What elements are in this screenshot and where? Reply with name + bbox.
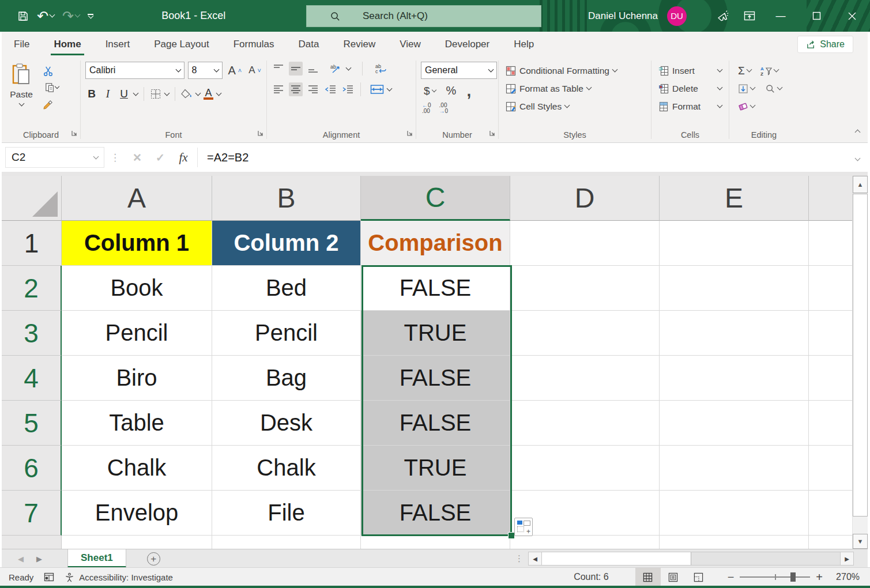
name-box[interactable]: C2 [5, 147, 104, 168]
tab-insert[interactable]: Insert [93, 32, 142, 57]
accessibility-status[interactable]: Accessibility: Investigate [65, 572, 173, 582]
zoom-slider[interactable] [740, 576, 810, 578]
row-header-1[interactable]: 1 [2, 221, 62, 266]
cell-a8[interactable] [62, 536, 212, 549]
column-header-partial[interactable] [809, 176, 852, 221]
column-header-a[interactable]: A [62, 176, 212, 221]
cell-a4[interactable]: Biro [62, 356, 212, 401]
row-header-6[interactable]: 6 [2, 446, 62, 491]
cell-c7[interactable]: FALSE [361, 491, 510, 536]
cell-f5[interactable] [809, 401, 852, 446]
format-cells-button[interactable]: Format [658, 97, 725, 115]
cell-b2[interactable]: Bed [212, 266, 361, 311]
bottom-align-button[interactable] [306, 62, 320, 76]
align-left-button[interactable] [272, 82, 285, 96]
decrease-indent-button[interactable] [323, 82, 337, 96]
font-size-combo[interactable]: 8 [188, 62, 223, 79]
share-button[interactable]: Share [797, 36, 853, 53]
new-sheet-button[interactable]: + [147, 552, 160, 566]
cell-f2[interactable] [809, 266, 852, 311]
column-header-e[interactable]: E [660, 176, 809, 221]
row-header-7[interactable]: 7 [2, 491, 62, 536]
horizontal-scroll-thumb[interactable] [542, 552, 691, 565]
redo-button[interactable]: ↷ [62, 10, 80, 22]
cell-c4[interactable]: FALSE [361, 356, 510, 401]
select-all-button[interactable] [2, 176, 62, 221]
tab-help[interactable]: Help [502, 32, 546, 57]
cell-styles-button[interactable]: Cell Styles [506, 97, 647, 115]
cell-c6[interactable]: TRUE [361, 446, 510, 491]
cell-e8[interactable] [660, 536, 809, 549]
merge-center-button[interactable] [370, 82, 384, 96]
cell-b3[interactable]: Pencil [212, 311, 361, 356]
clipboard-dialog-launcher[interactable] [71, 129, 78, 139]
avatar[interactable]: DU [667, 6, 687, 26]
cell-d5[interactable] [510, 401, 660, 446]
cell-b5[interactable]: Desk [212, 401, 361, 446]
alignment-dialog-launcher[interactable] [406, 129, 413, 139]
number-format-combo[interactable]: General [421, 62, 497, 79]
cell-f4[interactable] [809, 356, 852, 401]
column-header-c[interactable]: C [361, 176, 510, 221]
cell-c8[interactable] [361, 536, 510, 549]
cell-f1[interactable] [809, 221, 852, 266]
cancel-button[interactable]: ✕ [126, 148, 149, 167]
undo-button[interactable]: ↶ [37, 10, 54, 22]
tab-developer[interactable]: Developer [433, 32, 502, 57]
borders-button[interactable] [150, 88, 161, 100]
row-header-2[interactable]: 2 [2, 266, 62, 311]
top-align-button[interactable] [272, 62, 285, 76]
feedback-button[interactable] [710, 0, 736, 32]
save-button[interactable] [17, 10, 29, 22]
macro-record-button[interactable] [44, 572, 54, 582]
cell-a7[interactable]: Envelop [62, 491, 212, 536]
column-header-d[interactable]: D [510, 176, 660, 221]
middle-align-button[interactable] [289, 62, 303, 76]
tab-review[interactable]: Review [331, 32, 387, 57]
row-header-4[interactable]: 4 [2, 356, 62, 401]
cell-f3[interactable] [809, 311, 852, 356]
fill-color-button[interactable] [181, 88, 193, 100]
decrease-font-size-button[interactable]: A˅ [247, 63, 263, 77]
scroll-right-button[interactable]: ▶ [840, 552, 853, 565]
cell-d1[interactable] [510, 221, 660, 266]
tab-formulas[interactable]: Formulas [221, 32, 287, 57]
cell-a1[interactable]: Column 1 [62, 221, 212, 266]
formula-input[interactable]: =A2=B2 [200, 151, 856, 164]
tab-scrollbar-splitter[interactable]: ⋮ [515, 553, 523, 564]
tab-data[interactable]: Data [287, 32, 332, 57]
increase-font-size-button[interactable]: A˄ [226, 63, 243, 78]
cell-f6[interactable] [809, 446, 852, 491]
zoom-out-button[interactable]: − [728, 571, 735, 583]
autosum-button[interactable]: Σ [736, 63, 753, 78]
normal-view-button[interactable] [635, 568, 661, 586]
customize-quick-access-button[interactable] [88, 14, 93, 18]
zoom-slider-thumb[interactable] [790, 572, 796, 582]
tab-home[interactable]: Home [42, 32, 93, 57]
cell-a5[interactable]: Table [62, 401, 212, 446]
minimize-button[interactable]: — [763, 0, 799, 32]
number-dialog-launcher[interactable] [489, 129, 496, 139]
delete-cells-button[interactable]: Delete [658, 80, 725, 97]
cell-e2[interactable] [660, 266, 809, 311]
next-sheet-button[interactable]: ▶ [36, 555, 42, 563]
page-break-preview-button[interactable] [686, 568, 711, 586]
row-header-3[interactable]: 3 [2, 311, 62, 356]
formula-bar-resize-handle[interactable]: ⋮ [110, 152, 120, 164]
clear-button[interactable] [736, 101, 756, 112]
cell-b6[interactable]: Chalk [212, 446, 361, 491]
comma-style-button[interactable]: , [465, 87, 473, 95]
font-name-combo[interactable]: Calibri [85, 62, 184, 79]
scroll-left-button[interactable]: ◀ [529, 552, 542, 565]
vertical-scroll-thumb[interactable] [853, 194, 868, 517]
cell-b7[interactable]: File [212, 491, 361, 536]
enter-button[interactable]: ✓ [149, 148, 172, 167]
expand-formula-bar-button[interactable] [856, 152, 860, 163]
fill-button[interactable] [736, 82, 756, 95]
cell-b4[interactable]: Bag [212, 356, 361, 401]
page-layout-view-button[interactable] [661, 568, 686, 586]
font-color-button[interactable]: A [204, 89, 213, 100]
underline-button[interactable]: U [118, 88, 130, 100]
horizontal-scrollbar[interactable]: ◀ ▶ [528, 552, 854, 566]
tab-view[interactable]: View [387, 32, 433, 57]
